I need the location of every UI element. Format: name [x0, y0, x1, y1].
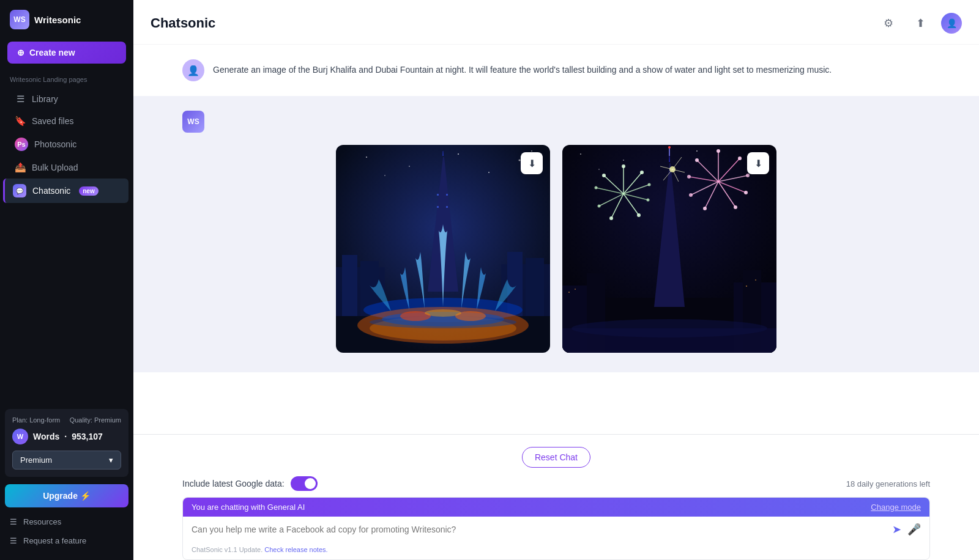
sidebar-section-label: Writesonic Landing pages [0, 76, 133, 88]
svg-point-78 [734, 205, 737, 209]
image-grid: ⬇ [182, 145, 930, 353]
settings-button[interactable]: ⚙ [877, 12, 899, 34]
svg-point-80 [689, 193, 693, 197]
premium-button[interactable]: Premium ▾ [12, 451, 121, 470]
svg-point-75 [738, 157, 742, 160]
svg-rect-41 [746, 286, 747, 287]
upgrade-button[interactable]: Upgrade ⚡ [5, 484, 128, 507]
svg-rect-39 [568, 292, 570, 293]
user-message: 👤 Generate an image of the Burj Khalifa … [133, 45, 979, 96]
svg-point-6 [488, 172, 489, 173]
daily-generations-label: 18 daily generations left [846, 479, 930, 488]
google-data-toggle[interactable] [291, 476, 318, 491]
svg-point-62 [598, 205, 601, 208]
svg-rect-18 [437, 206, 439, 208]
main-content: Chatsonic ⚙ ⬆ 👤 👤 Generate an image of t… [133, 0, 979, 560]
ai-message: WS [133, 96, 979, 372]
avatar[interactable]: 👤 [941, 13, 962, 34]
release-notes-link[interactable]: Check release notes. [264, 546, 327, 553]
plus-icon: ⊕ [17, 48, 24, 57]
svg-rect-17 [446, 194, 448, 196]
page-title: Chatsonic [151, 15, 215, 31]
change-mode-link[interactable]: Change mode [871, 503, 921, 512]
sidebar-bottom: Plan: Long-form Quality: Premium W Words… [0, 409, 133, 550]
svg-point-76 [746, 174, 750, 177]
google-data-label: Include latest Google data: [182, 476, 318, 491]
words-label: Words [33, 432, 59, 441]
svg-point-33 [598, 169, 600, 170]
toggle-knob [305, 478, 316, 489]
svg-point-31 [696, 150, 698, 152]
user-avatar-icon: 👤 [187, 65, 199, 76]
chat-input-bar: You are chatting with General AI Change … [182, 497, 930, 560]
mic-icon: 🎤 [907, 523, 921, 536]
svg-point-2 [409, 166, 410, 167]
svg-point-5 [384, 175, 385, 176]
svg-point-1 [366, 157, 367, 158]
svg-point-57 [640, 171, 644, 174]
top-bar-actions: ⚙ ⬆ 👤 [877, 12, 962, 34]
user-avatar: 👤 [182, 59, 204, 81]
plan-row: Plan: Long-form Quality: Premium [12, 416, 121, 424]
send-button[interactable]: ➤ [892, 523, 901, 536]
svg-point-30 [623, 160, 624, 161]
bulk-upload-icon: 📤 [15, 162, 26, 173]
sidebar-item-photosonic[interactable]: Ps Photosonic [5, 132, 128, 157]
sidebar-footer-resources[interactable]: ☰ Resources [5, 512, 128, 531]
reset-chat-row: Reset Chat [182, 442, 930, 468]
svg-point-27 [425, 309, 461, 317]
svg-rect-40 [575, 289, 576, 290]
create-new-button[interactable]: ⊕ Create new [7, 42, 126, 64]
sidebar-item-saved-label: Saved files [32, 116, 73, 126]
google-data-row: Include latest Google data: 18 daily gen… [182, 476, 930, 491]
download-button-2[interactable]: ⬇ [747, 152, 769, 174]
bottom-bar: Reset Chat Include latest Google data: 1… [133, 434, 979, 560]
feature-icon: ☰ [10, 536, 17, 545]
svg-point-7 [531, 150, 532, 152]
sidebar-item-library[interactable]: ☰ Library [5, 88, 128, 110]
sidebar-item-chatsonic[interactable]: 💬 Chatsonic new [3, 179, 128, 203]
new-badge: new [79, 186, 98, 196]
resources-icon: ☰ [10, 517, 17, 526]
chevron-down-icon: ▾ [109, 455, 113, 465]
words-icon: W [12, 429, 28, 444]
upload-icon: ⬆ [916, 17, 925, 30]
sidebar-footer-request-feature[interactable]: ☰ Request a feature [5, 531, 128, 550]
svg-rect-19 [446, 206, 448, 208]
mic-button[interactable]: 🎤 [907, 523, 921, 536]
svg-point-56 [622, 164, 625, 168]
svg-rect-9 [342, 255, 357, 316]
sidebar-item-bulk-upload[interactable]: 📤 Bulk Upload [5, 157, 128, 179]
svg-point-63 [595, 186, 598, 190]
chat-mode-text: You are chatting with General AI [192, 503, 305, 512]
svg-rect-16 [437, 194, 439, 196]
logo-text: Writesonic [34, 15, 81, 25]
svg-point-90 [571, 319, 767, 337]
svg-point-3 [458, 153, 459, 155]
sidebar-item-bulk-label: Bulk Upload [32, 163, 78, 172]
sidebar-item-saved-files[interactable]: 🔖 Saved files [5, 110, 128, 132]
svg-point-81 [687, 175, 691, 179]
sidebar-item-library-label: Library [32, 94, 58, 104]
chat-mode-banner: You are chatting with General AI Change … [183, 498, 929, 517]
plan-info: Plan: Long-form Quality: Premium W Words… [5, 409, 128, 477]
words-count: 953,107 [72, 432, 103, 441]
chat-input[interactable] [192, 525, 886, 534]
ai-header: WS [182, 111, 930, 133]
svg-point-79 [703, 207, 707, 210]
reset-chat-button[interactable]: Reset Chat [522, 447, 590, 468]
version-bar: ChatSonic v1.1 Update. Check release not… [183, 542, 929, 559]
download-button-1[interactable]: ⬇ [521, 152, 543, 174]
svg-point-60 [637, 213, 641, 217]
logo-icon: WS [10, 10, 29, 29]
upload-button[interactable]: ⬆ [909, 12, 931, 34]
gear-icon: ⚙ [884, 17, 893, 30]
plan-words: W Words · 953,107 [12, 429, 121, 444]
ws-logo-small: WS [182, 111, 204, 133]
svg-rect-42 [755, 279, 756, 281]
input-row: ➤ 🎤 [183, 517, 929, 542]
fountain-image [336, 145, 550, 353]
svg-point-64 [602, 174, 606, 177]
svg-point-59 [647, 199, 650, 202]
download-icon-1: ⬇ [528, 158, 536, 169]
